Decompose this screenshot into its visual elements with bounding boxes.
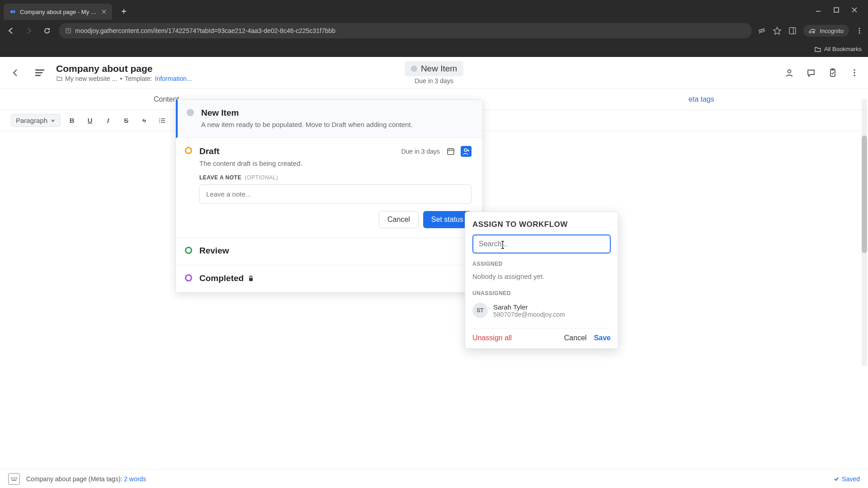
status-chip[interactable]: New Item xyxy=(405,61,463,76)
browser-tab[interactable]: Company about page - My ne... xyxy=(4,4,112,20)
incognito-label: Incognito xyxy=(820,28,844,34)
window-controls xyxy=(814,5,864,14)
underline-button[interactable]: U xyxy=(83,114,97,127)
scrollbar[interactable] xyxy=(862,99,867,366)
svg-point-11 xyxy=(854,75,855,76)
chevron-down-icon xyxy=(50,118,56,123)
svg-rect-15 xyxy=(448,149,454,155)
breadcrumb: My new website ... • Template: Informati… xyxy=(56,75,192,82)
folder-name: My new website ... xyxy=(65,75,117,82)
assigned-empty: Nobody is assigned yet. xyxy=(472,270,611,283)
incognito-badge[interactable]: Incognito xyxy=(803,25,849,37)
list-toggle-button[interactable] xyxy=(32,65,48,81)
svg-point-6 xyxy=(788,70,791,73)
status-dot-icon xyxy=(185,274,192,282)
template-link[interactable]: Information... xyxy=(155,75,192,82)
breadcrumb-folder[interactable]: My new website ... xyxy=(56,75,117,82)
app-footer: Company about page (Meta tags): 2 words … xyxy=(0,469,868,488)
step-desc: A new item ready to be populated. Move t… xyxy=(201,121,472,128)
assigned-label: ASSIGNED xyxy=(472,261,611,267)
strikethrough-button[interactable]: S xyxy=(119,114,133,127)
svg-point-14 xyxy=(159,122,160,123)
app-back-button[interactable] xyxy=(7,65,24,81)
site-info-icon xyxy=(65,28,71,34)
status-label: New Item xyxy=(421,64,457,74)
close-window-icon[interactable] xyxy=(850,5,859,14)
list-button[interactable] xyxy=(156,114,169,127)
footer-doc: Company about page (Meta tags): xyxy=(26,475,122,483)
user-name: Sarah Tyler xyxy=(493,303,565,311)
bold-button[interactable]: B xyxy=(65,114,79,127)
address-bar: moodjoy.gathercontent.com/item/17422574?… xyxy=(0,20,868,42)
step-header: Draft Due in 3 days xyxy=(199,146,472,157)
forward-icon[interactable] xyxy=(23,24,35,37)
keyboard-icon[interactable] xyxy=(8,473,20,485)
svg-point-5 xyxy=(859,33,860,34)
user-row[interactable]: ST Sarah Tyler 580707de@moodjoy.com xyxy=(472,299,611,322)
person-icon[interactable] xyxy=(783,66,796,79)
workflow-step-new-item[interactable]: New Item A new item ready to be populate… xyxy=(176,100,482,138)
new-tab-button[interactable] xyxy=(118,5,130,18)
svg-rect-17 xyxy=(249,278,253,281)
star-icon[interactable] xyxy=(773,26,782,35)
maximize-icon[interactable] xyxy=(832,5,841,14)
assign-save-button[interactable]: Save xyxy=(594,334,611,342)
all-bookmarks[interactable]: All Bookmarks xyxy=(814,46,862,53)
browser-chrome: Company about page - My ne... moodjoy.ga… xyxy=(0,0,868,57)
incognito-icon xyxy=(809,27,817,35)
scroll-thumb[interactable] xyxy=(862,136,867,253)
step-actions: Cancel Set status xyxy=(199,211,472,228)
calendar-icon[interactable] xyxy=(445,146,456,157)
link-button[interactable] xyxy=(137,114,151,127)
workflow-dropdown: New Item A new item ready to be populate… xyxy=(175,99,483,293)
comment-icon[interactable] xyxy=(805,66,817,79)
note-input[interactable] xyxy=(199,184,472,204)
step-desc: The content draft is being created. xyxy=(199,160,472,167)
minimize-icon[interactable] xyxy=(814,5,823,14)
unassigned-label: UNASSIGNED xyxy=(472,290,611,296)
assign-cancel-button[interactable]: Cancel xyxy=(564,334,587,342)
address-bar-right: Incognito xyxy=(757,25,863,37)
check-icon xyxy=(833,476,840,482)
tab-meta-tags[interactable]: eta tags xyxy=(686,91,717,108)
url-text: moodjoy.gathercontent.com/item/17422574?… xyxy=(75,27,335,34)
url-field[interactable]: moodjoy.gathercontent.com/item/17422574?… xyxy=(59,23,752,38)
panel-icon[interactable] xyxy=(788,26,797,35)
lock-icon xyxy=(247,275,255,282)
close-icon[interactable] xyxy=(101,9,107,14)
assign-search-input[interactable] xyxy=(472,235,611,253)
cancel-button[interactable]: Cancel xyxy=(379,211,419,228)
workflow-step-completed[interactable]: Completed xyxy=(176,265,482,292)
folder-icon xyxy=(814,46,821,53)
step-title: Review xyxy=(199,246,472,256)
tab-bar: Company about page - My ne... xyxy=(0,0,868,20)
svg-point-13 xyxy=(159,120,160,121)
unassign-all-button[interactable]: Unassign all xyxy=(472,334,512,342)
bookmarks-bar: All Bookmarks xyxy=(0,42,868,57)
eye-off-icon[interactable] xyxy=(757,26,766,35)
paragraph-label: Paragraph xyxy=(16,117,47,124)
italic-button[interactable]: I xyxy=(101,114,115,127)
reload-icon[interactable] xyxy=(41,24,53,37)
paragraph-dropdown[interactable]: Paragraph xyxy=(11,114,61,127)
note-label: LEAVE A NOTE (OPTIONAL) xyxy=(199,174,472,181)
clipboard-icon[interactable] xyxy=(826,66,839,79)
set-status-button[interactable]: Set status xyxy=(423,211,472,228)
word-count[interactable]: 2 words xyxy=(124,475,146,483)
app-header: Company about page My new website ... • … xyxy=(0,57,868,89)
all-bookmarks-label: All Bookmarks xyxy=(824,46,862,52)
folder-icon xyxy=(56,75,63,82)
workflow-step-review[interactable]: Review xyxy=(176,238,482,265)
status-dot-icon xyxy=(411,66,417,72)
svg-point-10 xyxy=(854,72,855,74)
favicon-icon xyxy=(9,8,16,15)
svg-point-4 xyxy=(859,30,860,32)
chrome-menu-icon[interactable] xyxy=(855,27,863,35)
assign-icon[interactable] xyxy=(461,146,472,157)
workflow-step-draft: Draft Due in 3 days The content draft is… xyxy=(176,138,482,238)
svg-point-9 xyxy=(854,69,855,71)
page-title: Company about page xyxy=(56,63,192,74)
back-icon[interactable] xyxy=(5,24,17,37)
template-prefix: Template: xyxy=(125,75,152,82)
more-icon[interactable] xyxy=(848,66,861,79)
